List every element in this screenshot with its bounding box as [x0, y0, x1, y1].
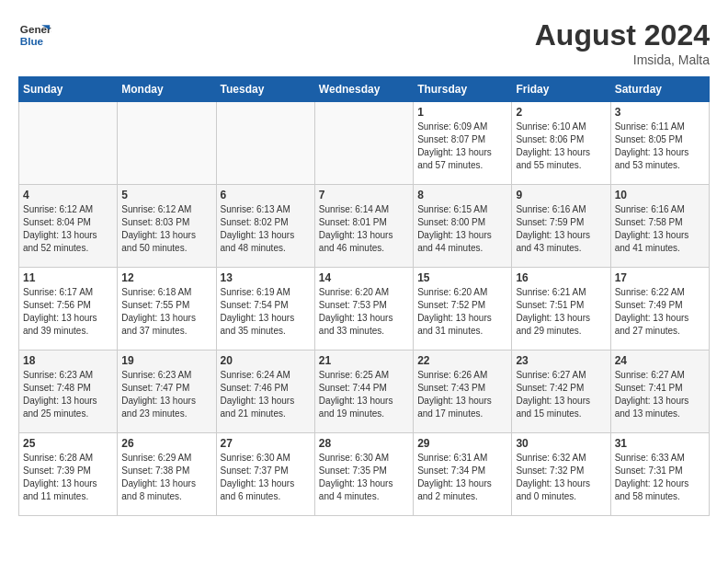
day-info: Sunrise: 6:25 AM Sunset: 7:44 PM Dayligh…: [319, 369, 409, 420]
day-info: Sunrise: 6:11 AM Sunset: 8:05 PM Dayligh…: [615, 121, 705, 172]
weekday-header-wednesday: Wednesday: [314, 77, 413, 102]
location-subtitle: Imsida, Malta: [535, 52, 710, 67]
day-info: Sunrise: 6:20 AM Sunset: 7:53 PM Dayligh…: [319, 286, 409, 338]
day-info: Sunrise: 6:20 AM Sunset: 7:52 PM Dayligh…: [417, 286, 507, 338]
day-info: Sunrise: 6:28 AM Sunset: 7:39 PM Dayligh…: [23, 452, 113, 503]
day-number: 12: [121, 271, 211, 284]
day-number: 17: [615, 271, 705, 284]
day-number: 21: [319, 354, 409, 367]
day-number: 14: [319, 271, 409, 284]
day-info: Sunrise: 6:33 AM Sunset: 7:31 PM Dayligh…: [615, 452, 705, 503]
title-area: August 2024 Imsida, Malta: [535, 18, 710, 67]
day-number: 3: [615, 106, 705, 119]
day-number: 24: [615, 354, 705, 367]
calendar-cell: [19, 102, 118, 185]
calendar-cell: 6Sunrise: 6:13 AM Sunset: 8:02 PM Daylig…: [216, 185, 314, 268]
day-number: 30: [516, 437, 606, 450]
day-number: 26: [121, 437, 211, 450]
weekday-header-tuesday: Tuesday: [216, 77, 314, 102]
day-info: Sunrise: 6:17 AM Sunset: 7:56 PM Dayligh…: [23, 286, 113, 338]
calendar-cell: 17Sunrise: 6:22 AM Sunset: 7:49 PM Dayli…: [610, 268, 709, 350]
calendar-cell: 19Sunrise: 6:23 AM Sunset: 7:47 PM Dayli…: [118, 350, 216, 433]
day-info: Sunrise: 6:13 AM Sunset: 8:02 PM Dayligh…: [221, 203, 311, 255]
month-year-title: August 2024: [535, 18, 710, 52]
day-number: 28: [319, 437, 409, 450]
calendar-cell: 4Sunrise: 6:12 AM Sunset: 8:04 PM Daylig…: [19, 185, 118, 268]
weekday-header-monday: Monday: [118, 77, 216, 102]
calendar-cell: [314, 102, 413, 185]
day-number: 2: [516, 106, 606, 119]
day-number: 6: [221, 189, 311, 201]
calendar-cell: 21Sunrise: 6:25 AM Sunset: 7:44 PM Dayli…: [314, 350, 413, 433]
day-number: 13: [221, 271, 311, 284]
day-number: 1: [417, 106, 507, 119]
day-info: Sunrise: 6:30 AM Sunset: 7:37 PM Dayligh…: [221, 452, 311, 503]
day-info: Sunrise: 6:26 AM Sunset: 7:43 PM Dayligh…: [417, 369, 507, 420]
calendar-cell: 10Sunrise: 6:16 AM Sunset: 7:58 PM Dayli…: [610, 185, 709, 268]
calendar-cell: 8Sunrise: 6:15 AM Sunset: 8:00 PM Daylig…: [414, 185, 512, 268]
calendar-cell: 29Sunrise: 6:31 AM Sunset: 7:34 PM Dayli…: [414, 433, 512, 516]
day-number: 15: [417, 271, 507, 284]
day-info: Sunrise: 6:12 AM Sunset: 8:03 PM Dayligh…: [121, 203, 211, 255]
day-number: 11: [23, 271, 113, 284]
day-info: Sunrise: 6:23 AM Sunset: 7:47 PM Dayligh…: [121, 369, 211, 420]
calendar-header: SundayMondayTuesdayWednesdayThursdayFrid…: [19, 77, 710, 102]
calendar-cell: [118, 102, 216, 185]
day-number: 19: [121, 354, 211, 367]
day-number: 31: [615, 437, 705, 450]
day-number: 29: [417, 437, 507, 450]
day-number: 22: [417, 354, 507, 367]
calendar-cell: 25Sunrise: 6:28 AM Sunset: 7:39 PM Dayli…: [19, 433, 118, 516]
day-info: Sunrise: 6:27 AM Sunset: 7:42 PM Dayligh…: [516, 369, 606, 420]
calendar-cell: 26Sunrise: 6:29 AM Sunset: 7:38 PM Dayli…: [118, 433, 216, 516]
weekday-header-saturday: Saturday: [610, 77, 709, 102]
day-info: Sunrise: 6:32 AM Sunset: 7:32 PM Dayligh…: [516, 452, 606, 503]
calendar-cell: 9Sunrise: 6:16 AM Sunset: 7:59 PM Daylig…: [512, 185, 610, 268]
calendar-week-row: 18Sunrise: 6:23 AM Sunset: 7:48 PM Dayli…: [19, 350, 710, 433]
day-info: Sunrise: 6:15 AM Sunset: 8:00 PM Dayligh…: [417, 203, 507, 255]
calendar-cell: [216, 102, 314, 185]
day-info: Sunrise: 6:12 AM Sunset: 8:04 PM Dayligh…: [23, 203, 113, 255]
day-info: Sunrise: 6:16 AM Sunset: 7:58 PM Dayligh…: [615, 203, 705, 255]
day-number: 27: [221, 437, 311, 450]
logo-icon: General Blue: [18, 18, 51, 52]
day-number: 23: [516, 354, 606, 367]
day-info: Sunrise: 6:24 AM Sunset: 7:46 PM Dayligh…: [221, 369, 311, 420]
weekday-header-row: SundayMondayTuesdayWednesdayThursdayFrid…: [19, 77, 710, 102]
calendar-body: 1Sunrise: 6:09 AM Sunset: 8:07 PM Daylig…: [19, 102, 710, 516]
day-number: 25: [23, 437, 113, 450]
day-info: Sunrise: 6:19 AM Sunset: 7:54 PM Dayligh…: [221, 286, 311, 338]
calendar-cell: 3Sunrise: 6:11 AM Sunset: 8:05 PM Daylig…: [610, 102, 709, 185]
calendar-week-row: 11Sunrise: 6:17 AM Sunset: 7:56 PM Dayli…: [19, 268, 710, 350]
calendar-cell: 13Sunrise: 6:19 AM Sunset: 7:54 PM Dayli…: [216, 268, 314, 350]
day-number: 20: [221, 354, 311, 367]
day-info: Sunrise: 6:14 AM Sunset: 8:01 PM Dayligh…: [319, 203, 409, 255]
day-number: 9: [516, 189, 606, 201]
day-number: 4: [23, 189, 113, 201]
calendar-cell: 15Sunrise: 6:20 AM Sunset: 7:52 PM Dayli…: [414, 268, 512, 350]
day-info: Sunrise: 6:27 AM Sunset: 7:41 PM Dayligh…: [615, 369, 705, 420]
calendar-cell: 22Sunrise: 6:26 AM Sunset: 7:43 PM Dayli…: [414, 350, 512, 433]
calendar-week-row: 1Sunrise: 6:09 AM Sunset: 8:07 PM Daylig…: [19, 102, 710, 185]
calendar-cell: 2Sunrise: 6:10 AM Sunset: 8:06 PM Daylig…: [512, 102, 610, 185]
day-info: Sunrise: 6:23 AM Sunset: 7:48 PM Dayligh…: [23, 369, 113, 420]
calendar-week-row: 4Sunrise: 6:12 AM Sunset: 8:04 PM Daylig…: [19, 185, 710, 268]
calendar-cell: 7Sunrise: 6:14 AM Sunset: 8:01 PM Daylig…: [314, 185, 413, 268]
day-number: 16: [516, 271, 606, 284]
calendar-cell: 23Sunrise: 6:27 AM Sunset: 7:42 PM Dayli…: [512, 350, 610, 433]
calendar-cell: 14Sunrise: 6:20 AM Sunset: 7:53 PM Dayli…: [314, 268, 413, 350]
calendar-cell: 16Sunrise: 6:21 AM Sunset: 7:51 PM Dayli…: [512, 268, 610, 350]
day-info: Sunrise: 6:16 AM Sunset: 7:59 PM Dayligh…: [516, 203, 606, 255]
day-number: 5: [121, 189, 211, 201]
calendar-cell: 18Sunrise: 6:23 AM Sunset: 7:48 PM Dayli…: [19, 350, 118, 433]
calendar-cell: 1Sunrise: 6:09 AM Sunset: 8:07 PM Daylig…: [414, 102, 512, 185]
calendar-cell: 30Sunrise: 6:32 AM Sunset: 7:32 PM Dayli…: [512, 433, 610, 516]
day-number: 10: [615, 189, 705, 201]
calendar-cell: 12Sunrise: 6:18 AM Sunset: 7:55 PM Dayli…: [118, 268, 216, 350]
weekday-header-friday: Friday: [512, 77, 610, 102]
day-number: 7: [319, 189, 409, 201]
day-info: Sunrise: 6:21 AM Sunset: 7:51 PM Dayligh…: [516, 286, 606, 338]
calendar-cell: 24Sunrise: 6:27 AM Sunset: 7:41 PM Dayli…: [610, 350, 709, 433]
weekday-header-thursday: Thursday: [414, 77, 512, 102]
day-info: Sunrise: 6:09 AM Sunset: 8:07 PM Dayligh…: [417, 121, 507, 172]
